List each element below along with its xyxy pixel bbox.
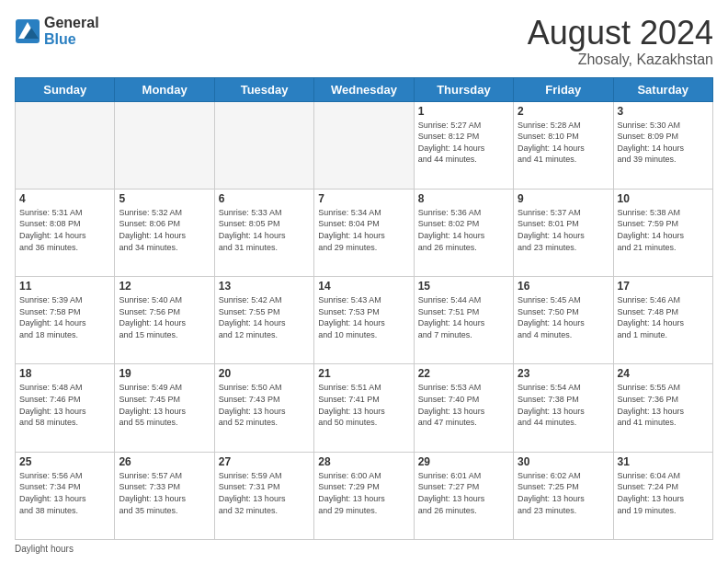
calendar-cell-w3d1: 19Sunrise: 5:49 AM Sunset: 7:45 PM Dayli… [115, 364, 214, 452]
logo: General Blue [15, 15, 99, 48]
day-info: Sunrise: 6:02 AM Sunset: 7:25 PM Dayligh… [518, 470, 609, 516]
header: General Blue August 2024 Zhosaly, Kazakh… [15, 15, 713, 68]
calendar-cell-w3d4: 22Sunrise: 5:53 AM Sunset: 7:40 PM Dayli… [414, 364, 513, 452]
day-info: Sunrise: 5:31 AM Sunset: 8:08 PM Dayligh… [19, 207, 110, 253]
col-saturday: Saturday [613, 77, 712, 101]
day-number: 21 [318, 367, 409, 380]
day-info: Sunrise: 5:56 AM Sunset: 7:34 PM Dayligh… [19, 470, 110, 516]
day-info: Sunrise: 6:04 AM Sunset: 7:24 PM Dayligh… [618, 470, 709, 516]
calendar-cell-w3d5: 23Sunrise: 5:54 AM Sunset: 7:38 PM Dayli… [514, 364, 613, 452]
calendar-cell-w0d3 [314, 101, 414, 189]
calendar-header-row: Sunday Monday Tuesday Wednesday Thursday… [16, 77, 713, 101]
calendar-cell-w2d2: 13Sunrise: 5:42 AM Sunset: 7:55 PM Dayli… [214, 277, 313, 364]
day-number: 12 [119, 280, 210, 293]
day-info: Sunrise: 5:57 AM Sunset: 7:33 PM Dayligh… [119, 470, 210, 516]
calendar-cell-w1d2: 6Sunrise: 5:33 AM Sunset: 8:05 PM Daylig… [214, 189, 313, 276]
calendar-cell-w3d0: 18Sunrise: 5:48 AM Sunset: 7:46 PM Dayli… [16, 364, 115, 452]
day-info: Sunrise: 5:33 AM Sunset: 8:05 PM Dayligh… [219, 207, 310, 253]
day-number: 28 [318, 455, 409, 468]
calendar-cell-w1d6: 10Sunrise: 5:38 AM Sunset: 7:59 PM Dayli… [613, 189, 712, 276]
calendar-title: August 2024 [528, 15, 713, 52]
calendar-week-2: 11Sunrise: 5:39 AM Sunset: 7:58 PM Dayli… [16, 277, 713, 364]
col-wednesday: Wednesday [314, 77, 414, 101]
day-number: 5 [119, 192, 210, 205]
calendar-cell-w3d2: 20Sunrise: 5:50 AM Sunset: 7:43 PM Dayli… [214, 364, 313, 452]
day-info: Sunrise: 5:32 AM Sunset: 8:06 PM Dayligh… [119, 207, 210, 253]
calendar-cell-w0d2 [214, 101, 313, 189]
calendar-cell-w4d6: 31Sunrise: 6:04 AM Sunset: 7:24 PM Dayli… [613, 452, 712, 539]
day-number: 17 [618, 280, 709, 293]
daylight-label: Daylight hours [15, 544, 74, 554]
day-info: Sunrise: 5:38 AM Sunset: 7:59 PM Dayligh… [618, 207, 709, 253]
day-info: Sunrise: 5:30 AM Sunset: 8:09 PM Dayligh… [618, 120, 709, 166]
calendar-cell-w2d4: 15Sunrise: 5:44 AM Sunset: 7:51 PM Dayli… [414, 277, 513, 364]
calendar-cell-w4d2: 27Sunrise: 5:59 AM Sunset: 7:31 PM Dayli… [214, 452, 313, 539]
calendar-cell-w2d5: 16Sunrise: 5:45 AM Sunset: 7:50 PM Dayli… [514, 277, 613, 364]
day-number: 23 [518, 367, 609, 380]
day-info: Sunrise: 5:44 AM Sunset: 7:51 PM Dayligh… [418, 294, 509, 340]
page: General Blue August 2024 Zhosaly, Kazakh… [0, 0, 728, 563]
day-number: 8 [418, 192, 509, 205]
day-number: 1 [418, 105, 509, 118]
day-info: Sunrise: 5:48 AM Sunset: 7:46 PM Dayligh… [19, 382, 110, 428]
day-number: 24 [618, 367, 709, 380]
day-number: 19 [119, 367, 210, 380]
day-info: Sunrise: 6:00 AM Sunset: 7:29 PM Dayligh… [318, 470, 409, 516]
logo-text: General Blue [44, 15, 99, 48]
day-info: Sunrise: 5:42 AM Sunset: 7:55 PM Dayligh… [219, 294, 310, 340]
day-number: 7 [318, 192, 409, 205]
footer-note: Daylight hours [15, 544, 713, 554]
day-info: Sunrise: 5:40 AM Sunset: 7:56 PM Dayligh… [119, 294, 210, 340]
day-info: Sunrise: 5:50 AM Sunset: 7:43 PM Dayligh… [219, 382, 310, 428]
day-number: 13 [219, 280, 310, 293]
calendar-table: Sunday Monday Tuesday Wednesday Thursday… [15, 77, 713, 540]
calendar-cell-w0d0 [16, 101, 115, 189]
calendar-cell-w1d4: 8Sunrise: 5:36 AM Sunset: 8:02 PM Daylig… [414, 189, 513, 276]
day-info: Sunrise: 5:54 AM Sunset: 7:38 PM Dayligh… [518, 382, 609, 428]
title-block: August 2024 Zhosaly, Kazakhstan [528, 15, 713, 68]
day-info: Sunrise: 5:45 AM Sunset: 7:50 PM Dayligh… [518, 294, 609, 340]
day-number: 9 [518, 192, 609, 205]
day-number: 10 [618, 192, 709, 205]
col-tuesday: Tuesday [214, 77, 313, 101]
day-info: Sunrise: 5:55 AM Sunset: 7:36 PM Dayligh… [618, 382, 709, 428]
day-number: 2 [518, 105, 609, 118]
calendar-cell-w2d6: 17Sunrise: 5:46 AM Sunset: 7:48 PM Dayli… [613, 277, 712, 364]
calendar-cell-w4d1: 26Sunrise: 5:57 AM Sunset: 7:33 PM Dayli… [115, 452, 214, 539]
col-monday: Monday [115, 77, 214, 101]
day-info: Sunrise: 5:51 AM Sunset: 7:41 PM Dayligh… [318, 382, 409, 428]
calendar-week-4: 25Sunrise: 5:56 AM Sunset: 7:34 PM Dayli… [16, 452, 713, 539]
day-number: 14 [318, 280, 409, 293]
calendar-cell-w2d1: 12Sunrise: 5:40 AM Sunset: 7:56 PM Dayli… [115, 277, 214, 364]
col-thursday: Thursday [414, 77, 513, 101]
day-info: Sunrise: 5:59 AM Sunset: 7:31 PM Dayligh… [219, 470, 310, 516]
day-info: Sunrise: 5:46 AM Sunset: 7:48 PM Dayligh… [618, 294, 709, 340]
day-number: 16 [518, 280, 609, 293]
calendar-cell-w2d0: 11Sunrise: 5:39 AM Sunset: 7:58 PM Dayli… [16, 277, 115, 364]
day-number: 26 [119, 455, 210, 468]
day-number: 18 [19, 367, 110, 380]
calendar-cell-w0d6: 3Sunrise: 5:30 AM Sunset: 8:09 PM Daylig… [613, 101, 712, 189]
day-number: 3 [618, 105, 709, 118]
day-number: 15 [418, 280, 509, 293]
day-info: Sunrise: 5:53 AM Sunset: 7:40 PM Dayligh… [418, 382, 509, 428]
calendar-cell-w3d3: 21Sunrise: 5:51 AM Sunset: 7:41 PM Dayli… [314, 364, 414, 452]
day-info: Sunrise: 5:27 AM Sunset: 8:12 PM Dayligh… [418, 120, 509, 166]
calendar-week-0: 1Sunrise: 5:27 AM Sunset: 8:12 PM Daylig… [16, 101, 713, 189]
col-friday: Friday [514, 77, 613, 101]
calendar-week-1: 4Sunrise: 5:31 AM Sunset: 8:08 PM Daylig… [16, 189, 713, 276]
day-info: Sunrise: 5:36 AM Sunset: 8:02 PM Dayligh… [418, 207, 509, 253]
day-number: 6 [219, 192, 310, 205]
day-info: Sunrise: 5:43 AM Sunset: 7:53 PM Dayligh… [318, 294, 409, 340]
calendar-cell-w0d5: 2Sunrise: 5:28 AM Sunset: 8:10 PM Daylig… [514, 101, 613, 189]
calendar-cell-w3d6: 24Sunrise: 5:55 AM Sunset: 7:36 PM Dayli… [613, 364, 712, 452]
day-info: Sunrise: 5:34 AM Sunset: 8:04 PM Dayligh… [318, 207, 409, 253]
logo-icon [15, 18, 40, 44]
calendar-cell-w2d3: 14Sunrise: 5:43 AM Sunset: 7:53 PM Dayli… [314, 277, 414, 364]
calendar-cell-w4d3: 28Sunrise: 6:00 AM Sunset: 7:29 PM Dayli… [314, 452, 414, 539]
calendar-cell-w1d1: 5Sunrise: 5:32 AM Sunset: 8:06 PM Daylig… [115, 189, 214, 276]
calendar-cell-w4d4: 29Sunrise: 6:01 AM Sunset: 7:27 PM Dayli… [414, 452, 513, 539]
day-number: 20 [219, 367, 310, 380]
day-number: 25 [19, 455, 110, 468]
calendar-cell-w4d0: 25Sunrise: 5:56 AM Sunset: 7:34 PM Dayli… [16, 452, 115, 539]
